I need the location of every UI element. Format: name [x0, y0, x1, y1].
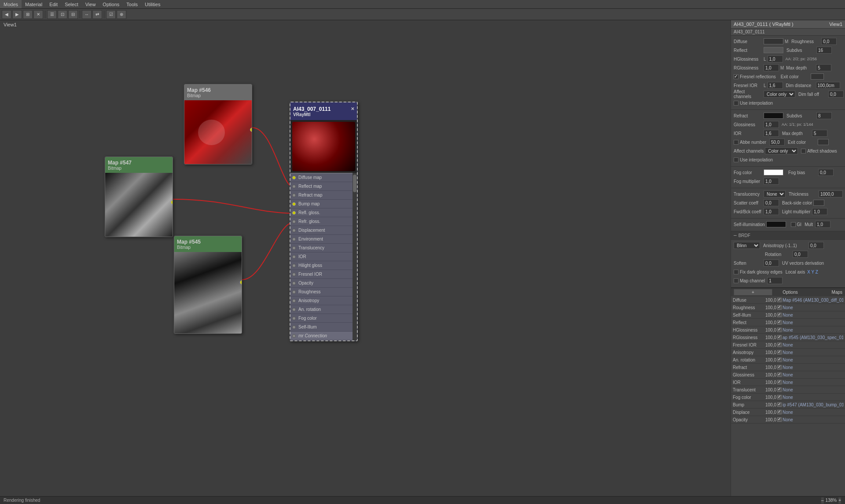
self-illum-gi-checkbox[interactable] [791, 222, 796, 227]
node-545[interactable]: Map #545 Bitmap [174, 236, 242, 334]
port-fog-color[interactable]: Fog color [290, 314, 357, 323]
port-displacement[interactable]: Displacement [290, 226, 357, 235]
rgls-input[interactable] [764, 64, 779, 71]
toolbar-btn-4[interactable]: ✕ [33, 10, 43, 19]
rotation-input[interactable] [793, 251, 808, 258]
map-checkbox-8[interactable] [777, 358, 782, 362]
fix-dark-checkbox[interactable] [734, 270, 738, 274]
back-side-swatch[interactable] [813, 200, 824, 206]
refract-exit-swatch[interactable] [818, 139, 829, 145]
port-fresnel-ior[interactable]: Fresnel IOR [290, 270, 357, 279]
thickness-input[interactable] [819, 190, 843, 197]
port-refl-gloss[interactable]: Refl. gloss. [290, 208, 357, 217]
use-interp-checkbox[interactable] [734, 101, 738, 106]
diffuse-color[interactable] [764, 38, 783, 44]
menu-options[interactable]: Options [99, 0, 123, 8]
port-anisotropy[interactable]: Anisotropy [290, 296, 357, 305]
toolbar-btn-2[interactable]: ▶ [12, 10, 22, 19]
toolbar-btn-9[interactable]: ⇄ [92, 10, 102, 19]
map-checkbox-1[interactable] [777, 305, 782, 310]
zoom-in-button[interactable]: + [838, 497, 841, 504]
port-diffuse-map[interactable]: Diffuse map [290, 173, 357, 182]
exit-color-swatch[interactable] [811, 73, 824, 80]
node-546[interactable]: Map #546 Bitmap [184, 84, 252, 164]
port-environment[interactable]: Environment [290, 235, 357, 244]
refract-subdivs-input[interactable] [816, 112, 832, 119]
fresnel-ior-input[interactable] [768, 82, 783, 89]
map-checkbox-3[interactable] [777, 320, 782, 325]
affect-channels-dropdown[interactable]: Color only [764, 91, 795, 98]
ior-input[interactable] [764, 130, 779, 137]
toolbar-btn-7[interactable]: ⊟ [68, 10, 78, 19]
fresnel-checkbox[interactable] [734, 74, 738, 79]
node-547[interactable]: Map #547 Bitmap [105, 157, 173, 237]
map-channel-checkbox[interactable] [734, 278, 738, 283]
map-checkbox-9[interactable] [777, 365, 782, 369]
menu-modes[interactable]: Modes [0, 0, 22, 8]
port-hilight-gloss[interactable]: Hilight gloss [290, 261, 357, 270]
fog-bias-input[interactable] [818, 169, 834, 176]
use-interp2-checkbox[interactable] [734, 157, 738, 162]
reflect-color[interactable] [764, 47, 783, 53]
brdf-collapse[interactable]: – [734, 232, 737, 238]
affect2-dropdown[interactable]: Color only [765, 147, 798, 154]
port-roughness[interactable]: Roughness [290, 288, 357, 296]
node-547-output[interactable] [171, 200, 173, 205]
map-checkbox-7[interactable] [777, 350, 782, 354]
map-channel-input[interactable] [767, 277, 783, 284]
dim-distance-input[interactable] [816, 82, 840, 89]
vraymtl-scrollbar[interactable] [353, 173, 357, 341]
max-depth-input[interactable] [816, 64, 831, 71]
scatter-input[interactable] [764, 199, 779, 206]
port-opacity[interactable]: Opacity [290, 279, 357, 288]
glossiness-input[interactable] [764, 121, 779, 128]
map-checkbox-4[interactable] [777, 328, 782, 332]
dim-falloff-input[interactable] [828, 91, 844, 98]
fwdbck-input[interactable] [764, 208, 779, 215]
node-vraymtl[interactable]: AI43_007_0111 ✕ VRayMtl Diffuse map Refl… [290, 102, 358, 341]
port-bump-map[interactable]: Bump map [290, 200, 357, 208]
fog-color-swatch[interactable] [764, 169, 783, 175]
map-checkbox-13[interactable] [777, 395, 782, 399]
port-self-illum[interactable]: Self-Illum [290, 323, 357, 332]
map-checkbox-15[interactable] [777, 410, 782, 414]
canvas-area[interactable]: View1 Map #546 Bitmap Map #547 [0, 20, 731, 496]
soften-input[interactable] [764, 259, 779, 267]
port-translucency[interactable]: Translucency [290, 244, 357, 252]
map-checkbox-12[interactable] [777, 387, 782, 392]
port-reflect-map[interactable]: Reflect map [290, 182, 357, 191]
map-checkbox-11[interactable] [777, 380, 782, 384]
vraymtl-close[interactable]: ✕ [351, 106, 354, 111]
menu-utilities[interactable]: Utilities [141, 0, 164, 8]
toolbar-btn-6[interactable]: ⊡ [58, 10, 67, 19]
refract-color[interactable] [764, 113, 783, 119]
menu-select[interactable]: Select [61, 0, 82, 8]
light-mult-input[interactable] [812, 208, 827, 215]
toolbar-btn-3[interactable]: ⊞ [23, 10, 33, 19]
toolbar-btn-11[interactable]: ⊕ [117, 10, 126, 19]
brdf-type-dropdown[interactable]: Blinn [734, 242, 760, 249]
self-illum-mult-input[interactable] [815, 221, 830, 228]
affect-shadows-checkbox[interactable] [801, 149, 806, 153]
node-545-output[interactable] [240, 280, 242, 285]
toolbar-btn-10[interactable]: ☑ [106, 10, 116, 19]
map-checkbox-14[interactable] [777, 402, 782, 407]
toolbar-btn-1[interactable]: ◀ [2, 10, 11, 19]
zoom-out-button[interactable]: – [821, 497, 824, 504]
menu-view[interactable]: View [82, 0, 99, 8]
toolbar-btn-8[interactable]: ↔ [82, 10, 92, 19]
hgls-input[interactable] [768, 55, 783, 62]
menu-tools[interactable]: Tools [123, 0, 141, 8]
self-illum-swatch[interactable] [766, 221, 786, 227]
port-mr-connection[interactable]: mr Connection [290, 332, 357, 340]
port-refract-map[interactable]: Refract map [290, 191, 357, 200]
subdivs-input[interactable] [816, 47, 832, 54]
roughness-input[interactable] [821, 38, 837, 45]
port-refr-gloss[interactable]: Refr. gloss. [290, 217, 357, 226]
menu-edit[interactable]: Edit [46, 0, 61, 8]
port-ior[interactable]: IOR [290, 252, 357, 261]
add-btn[interactable]: + [734, 289, 772, 296]
abbe-input[interactable] [769, 139, 785, 146]
port-an-rotation[interactable]: An. rotation [290, 305, 357, 314]
map-checkbox-10[interactable] [777, 373, 782, 377]
